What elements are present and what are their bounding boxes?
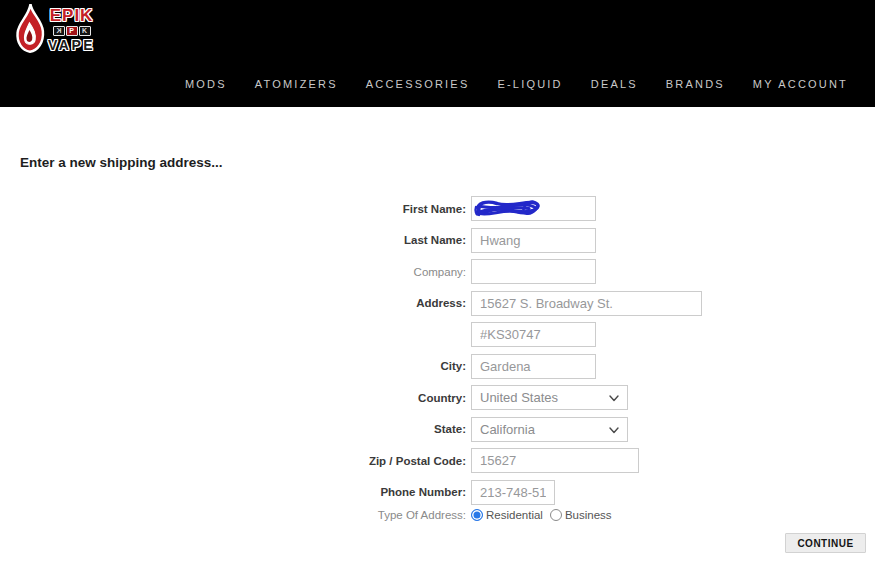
nav-item-my-account[interactable]: MY ACCOUNT: [753, 78, 848, 90]
country-select[interactable]: United States: [471, 385, 628, 410]
residential-radio[interactable]: [471, 509, 483, 521]
address-line1-input[interactable]: [471, 291, 702, 316]
nav-item-brands[interactable]: BRANDS: [666, 78, 725, 90]
nav-item-atomizers[interactable]: ATOMIZERS: [255, 78, 338, 90]
last-name-input-wrap: [471, 228, 596, 253]
zip-input-wrap: [471, 448, 639, 473]
last-name-input[interactable]: [471, 228, 596, 253]
business-radio-option: Business: [550, 509, 612, 521]
logo-mid-boxes: KPK: [53, 26, 91, 36]
state-select[interactable]: California: [471, 417, 628, 442]
zip-label: Zip / Postal Code:: [20, 455, 471, 467]
city-label: City:: [20, 360, 471, 372]
state-selected-value: California: [480, 422, 535, 437]
first-name-input[interactable]: [471, 196, 596, 221]
logo-text-vape: VAPE: [48, 38, 95, 52]
zip-input[interactable]: [471, 448, 639, 473]
logo-mid-letter: P: [66, 26, 78, 36]
nav-item-e-liquid[interactable]: E-LIQUID: [497, 78, 562, 90]
address-type-label: Type Of Address:: [20, 509, 471, 521]
address-line1-row: Address:: [20, 291, 860, 316]
address-line1-input-wrap: [471, 291, 702, 316]
chevron-down-icon: [609, 427, 619, 434]
page-title: Enter a new shipping address...: [20, 155, 223, 170]
address-line2-row: [20, 322, 860, 347]
nav-item-deals[interactable]: DEALS: [591, 78, 638, 90]
flame-icon: [14, 3, 47, 55]
address-type-row: Type Of Address:ResidentialBusiness: [20, 507, 860, 523]
nav-item-mods[interactable]: MODS: [185, 78, 227, 90]
nav-item-accessories[interactable]: ACCESSORIES: [366, 78, 470, 90]
country-row: Country:United States: [20, 385, 860, 410]
address-line2-input[interactable]: [471, 322, 596, 347]
city-input-wrap: [471, 354, 596, 379]
company-label: Company:: [20, 266, 471, 278]
company-input[interactable]: [471, 259, 596, 284]
site-header: EPIK KPK VAPE MODSATOMIZERSACCESSORIESE-…: [0, 0, 875, 107]
chevron-down-icon: [609, 395, 619, 402]
business-radio[interactable]: [550, 509, 562, 521]
city-input[interactable]: [471, 354, 596, 379]
phone-input[interactable]: [471, 480, 555, 505]
logo-mid-letter: K: [53, 26, 65, 36]
chevron-down-icon: [609, 427, 619, 434]
main-nav: MODSATOMIZERSACCESSORIESE-LIQUIDDEALSBRA…: [185, 78, 848, 90]
residential-radio-label: Residential: [486, 509, 543, 521]
shipping-address-form: First Name: Last Name:Company:Address:Ci…: [20, 196, 860, 530]
continue-button[interactable]: CONTINUE: [785, 533, 866, 553]
last-name-label: Last Name:: [20, 234, 471, 246]
state-row: State:California: [20, 417, 860, 442]
last-name-row: Last Name:: [20, 228, 860, 253]
address-line2-input-wrap: [471, 322, 596, 347]
site-logo[interactable]: EPIK KPK VAPE: [14, 3, 95, 55]
address-line1-label: Address:: [20, 297, 471, 309]
phone-row: Phone Number:: [20, 480, 860, 505]
residential-radio-option: Residential: [471, 509, 543, 521]
logo-text: EPIK KPK VAPE: [48, 7, 95, 52]
logo-mid-letter: K: [79, 26, 91, 36]
company-input-wrap: [471, 259, 596, 284]
zip-row: Zip / Postal Code:: [20, 448, 860, 473]
city-row: City:: [20, 354, 860, 379]
business-radio-label: Business: [565, 509, 612, 521]
address-type-radio-group: ResidentialBusiness: [471, 509, 612, 521]
first-name-row: First Name:: [20, 196, 860, 221]
state-label: State:: [20, 423, 471, 435]
country-selected-value: United States: [480, 390, 558, 405]
phone-input-wrap: [471, 480, 555, 505]
first-name-label: First Name:: [20, 203, 471, 215]
phone-label: Phone Number:: [20, 486, 471, 498]
logo-text-epik: EPIK: [50, 7, 94, 24]
chevron-down-icon: [609, 395, 619, 402]
first-name-input-wrap: [471, 196, 596, 221]
company-row: Company:: [20, 259, 860, 284]
country-label: Country:: [20, 392, 471, 404]
